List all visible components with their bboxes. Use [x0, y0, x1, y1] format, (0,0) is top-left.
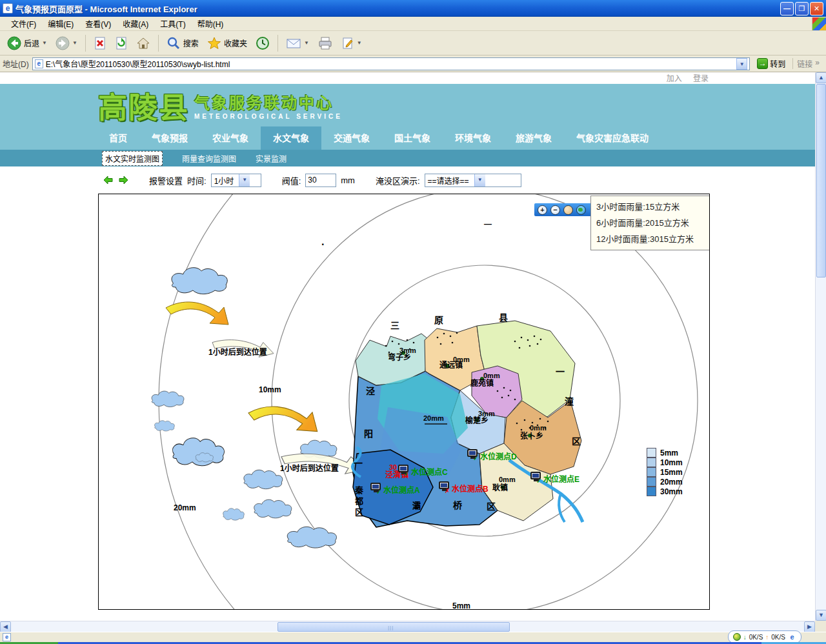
links-chevron-icon: »: [815, 58, 820, 69]
legend-swatch: [647, 458, 656, 467]
time-select[interactable]: 1小时 ▼: [211, 174, 261, 187]
minimize-button[interactable]: —: [780, 2, 794, 15]
ie-icon: e: [788, 633, 796, 641]
hydrology-map[interactable]: 三原县泾阳一潼区一秦都区灞桥区弯子乡3mm通远镇0mm鹿苑镇0mm榆楚乡3mm张…: [98, 194, 710, 610]
alarm-settings-label: 报警设置: [149, 174, 183, 186]
next-arrow-icon[interactable]: [118, 176, 128, 185]
forward-icon: [55, 36, 70, 50]
nav-tab[interactable]: 水文气象: [261, 126, 321, 150]
subnav-item[interactable]: 水文实时监测图: [102, 151, 163, 166]
map-label: 0mm: [483, 372, 500, 379]
legend-label: 5mm: [660, 449, 678, 458]
nav-tab[interactable]: 首页: [97, 126, 139, 150]
menu-item[interactable]: 帮助(H): [192, 17, 230, 30]
nav-tab[interactable]: 农业气象: [200, 126, 261, 150]
horizontal-scroll-thumb[interactable]: |||: [277, 622, 510, 632]
map-pan-hand-icon[interactable]: [563, 205, 573, 215]
rainfall-legend: 5mm10mm15mm20mm30mm: [647, 448, 683, 496]
nav-tab[interactable]: 气象预报: [139, 126, 200, 150]
go-arrow-icon: →: [757, 58, 768, 69]
nav-tab[interactable]: 国土气象: [382, 126, 443, 150]
scroll-down-icon[interactable]: ▼: [816, 610, 826, 621]
toolbar-separator: [277, 35, 278, 52]
subnav-item[interactable]: 雨量查询监测图: [182, 153, 236, 164]
go-button[interactable]: → 转到: [753, 57, 789, 70]
map-zoom-out-icon[interactable]: −: [550, 205, 560, 215]
join-link[interactable]: 加入: [667, 74, 682, 83]
close-button[interactable]: ✕: [810, 2, 823, 15]
vertical-scroll-thumb[interactable]: [816, 84, 826, 277]
flood-demo-value: ==请选择==: [428, 175, 469, 186]
nav-tab[interactable]: 交通气象: [321, 126, 382, 150]
stop-button[interactable]: [90, 34, 110, 52]
forward-caret-icon[interactable]: ▼: [72, 40, 77, 46]
alarm-controls: 报警设置 时间: 1小时 ▼ 阀值: mm 淹没区演示: ==请选择== ▼: [0, 166, 815, 194]
scroll-left-icon[interactable]: ◀: [0, 621, 11, 632]
back-icon: [7, 36, 21, 50]
menu-item[interactable]: 文件(F): [5, 17, 42, 30]
page-icon: e: [35, 59, 43, 68]
logo-county: 高陵县: [98, 85, 189, 126]
back-caret-icon[interactable]: ▼: [42, 40, 47, 46]
edit-button[interactable]: ▼: [338, 34, 365, 52]
legend-swatch: [647, 448, 656, 458]
vertical-scrollbar[interactable]: ▲ ▼: [815, 72, 826, 621]
address-input[interactable]: e E:\气象台\原型20110530\原型20110530\swyb-list…: [32, 57, 750, 70]
title-bar: e 气象预报页面原型 - Microsoft Internet Explorer…: [0, 0, 826, 17]
menu-item[interactable]: 编辑(E): [42, 17, 79, 30]
map-zoom-in-icon[interactable]: +: [538, 205, 547, 215]
map-label: 耿镇: [492, 484, 508, 492]
forward-button[interactable]: ▼: [52, 34, 81, 52]
menu-bar: 文件(F)编辑(E)查看(V)收藏(A)工具(T)帮助(H): [0, 17, 826, 31]
threshold-input[interactable]: [305, 174, 336, 187]
map-label: 0mm: [530, 425, 547, 432]
scroll-up-icon[interactable]: ▲: [816, 72, 826, 83]
legend-row: 10mm: [647, 458, 683, 467]
edit-caret-icon[interactable]: ▼: [357, 40, 362, 46]
print-button[interactable]: [314, 34, 336, 52]
map-label: 桥: [453, 501, 462, 510]
map-label: 灞: [412, 501, 421, 510]
upload-arrow-icon: ↑: [765, 634, 769, 641]
nav-tab[interactable]: 气象灾害应急联动: [564, 126, 661, 150]
nav-tab[interactable]: 环境气象: [443, 126, 503, 150]
refresh-button[interactable]: [112, 34, 131, 52]
map-label: 泾: [366, 387, 375, 396]
subnav-item[interactable]: 实景监测: [256, 153, 287, 164]
back-button[interactable]: 后退 ▼: [4, 34, 50, 52]
mail-button[interactable]: ▼: [283, 35, 312, 52]
home-button[interactable]: [133, 34, 154, 52]
flood-demo-select[interactable]: ==请选择== ▼: [425, 174, 521, 187]
rainfall-info-line: 3小时面雨量:15立方米: [596, 199, 704, 215]
ie-toolbar: 后退 ▼ ▼ 搜索 收藏夹 ▼ ▼: [0, 31, 826, 55]
scroll-right-icon[interactable]: ▶: [804, 621, 815, 632]
legend-label: 15mm: [660, 468, 683, 477]
map-label: 一: [354, 459, 363, 468]
address-dropdown-icon[interactable]: ▼: [736, 58, 747, 70]
history-button[interactable]: [252, 34, 273, 52]
map-label: 一: [556, 367, 565, 376]
map-label: 1小时后到达位置: [280, 465, 339, 472]
flood-demo-label: 淹没区演示:: [376, 174, 420, 186]
menu-item[interactable]: 查看(V): [79, 17, 117, 30]
restore-button[interactable]: ❐: [795, 2, 809, 15]
login-link[interactable]: 登录: [693, 74, 709, 83]
status-bar: e ↓ 0K/S ↑ 0K/S e: [0, 632, 826, 642]
menu-item[interactable]: 工具(T): [154, 17, 191, 30]
map-globe-icon[interactable]: [576, 205, 586, 215]
network-speed-widget[interactable]: ↓ 0K/S ↑ 0K/S e: [728, 630, 801, 643]
menu-item[interactable]: 收藏(A): [117, 17, 154, 30]
map-toolbar: + −: [534, 203, 595, 216]
horizontal-scrollbar[interactable]: ◀ ||| ▶: [0, 621, 815, 632]
links-menu[interactable]: 链接»: [792, 58, 823, 69]
map-label: 三: [390, 321, 399, 330]
favorites-button[interactable]: 收藏夹: [204, 34, 250, 52]
mail-caret-icon[interactable]: ▼: [304, 40, 309, 46]
legend-swatch: [647, 487, 656, 496]
station-status-icon: ✓: [473, 455, 478, 462]
upload-speed: 0K/S: [771, 634, 785, 641]
search-button[interactable]: 搜索: [163, 34, 202, 52]
prev-arrow-icon[interactable]: [103, 176, 114, 185]
station-status-icon: ✓: [536, 478, 541, 485]
nav-tab[interactable]: 旅游气象: [503, 126, 564, 150]
